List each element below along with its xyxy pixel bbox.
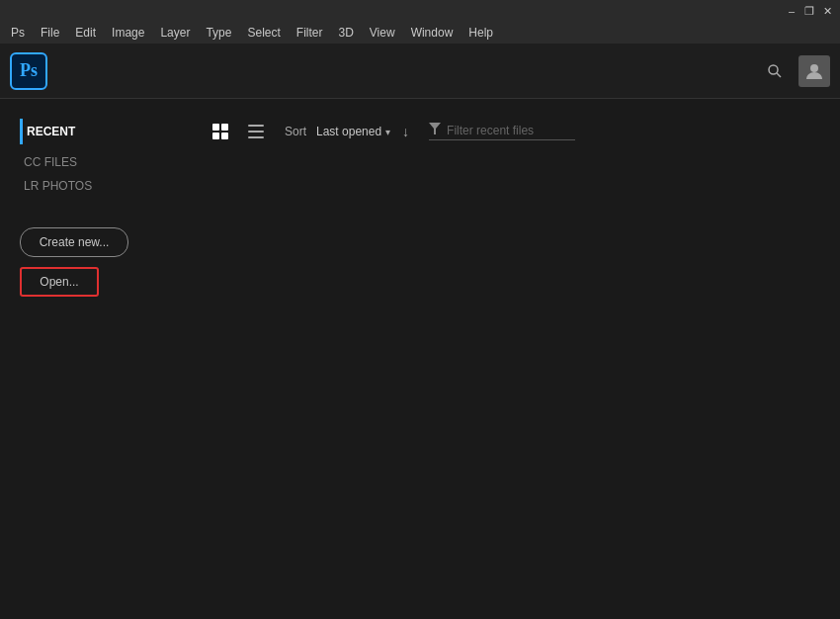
- sort-dropdown[interactable]: Last opened ▾: [316, 125, 390, 138]
- menu-help[interactable]: Help: [462, 24, 500, 42]
- search-button[interactable]: [761, 57, 789, 85]
- sidebar-recent-label: RECENT: [20, 119, 198, 144]
- sort-value: Last opened: [316, 125, 381, 138]
- main-area: RECENT CC FILES LR PHOTOS Create new... …: [0, 99, 840, 619]
- ps-logo: Ps: [10, 52, 47, 90]
- sort-direction-icon[interactable]: ↓: [402, 124, 409, 139]
- menu-window[interactable]: Window: [404, 24, 461, 42]
- filter-icon: [429, 123, 441, 137]
- menu-edit[interactable]: Edit: [68, 24, 103, 42]
- filter-box[interactable]: [429, 123, 575, 140]
- header-right: [761, 55, 830, 87]
- svg-rect-7: [248, 125, 264, 127]
- sort-label: Sort: [285, 125, 306, 138]
- menu-filter[interactable]: Filter: [290, 24, 330, 42]
- create-new-button[interactable]: Create new...: [20, 227, 128, 257]
- sidebar-actions: Create new... Open...: [20, 227, 198, 297]
- svg-rect-8: [248, 131, 264, 133]
- sidebar: RECENT CC FILES LR PHOTOS Create new... …: [0, 99, 198, 619]
- menu-view[interactable]: View: [363, 24, 402, 42]
- svg-rect-3: [212, 124, 219, 131]
- menu-bar: Ps File Edit Image Layer Type Select Fil…: [0, 22, 840, 44]
- list-view-button[interactable]: [243, 119, 269, 144]
- toolbar: Sort Last opened ▾ ↓: [208, 119, 820, 144]
- svg-marker-10: [429, 123, 441, 134]
- menu-3d[interactable]: 3D: [331, 24, 360, 42]
- menu-file[interactable]: File: [34, 24, 66, 42]
- user-avatar[interactable]: [798, 55, 830, 87]
- menu-ps[interactable]: Ps: [4, 24, 32, 42]
- menu-type[interactable]: Type: [199, 24, 238, 42]
- svg-rect-4: [221, 124, 228, 131]
- menu-image[interactable]: Image: [105, 24, 151, 42]
- svg-point-2: [810, 64, 818, 72]
- grid-view-button[interactable]: [208, 119, 233, 144]
- svg-rect-6: [221, 133, 228, 139]
- sidebar-item-cc-files[interactable]: CC FILES: [20, 150, 198, 174]
- close-button[interactable]: ✕: [820, 4, 834, 18]
- restore-button[interactable]: ❐: [802, 4, 816, 18]
- chevron-down-icon: ▾: [385, 127, 390, 137]
- svg-rect-9: [248, 136, 264, 138]
- menu-select[interactable]: Select: [240, 24, 287, 42]
- svg-point-0: [769, 65, 778, 74]
- minimize-button[interactable]: –: [785, 4, 798, 18]
- menu-layer[interactable]: Layer: [153, 24, 197, 42]
- title-bar: – ❐ ✕: [0, 0, 840, 22]
- svg-rect-5: [212, 133, 219, 139]
- open-button[interactable]: Open...: [20, 267, 99, 297]
- content-area: Sort Last opened ▾ ↓: [198, 99, 840, 619]
- filter-input[interactable]: [447, 124, 575, 137]
- svg-line-1: [777, 73, 781, 77]
- sidebar-item-lr-photos[interactable]: LR PHOTOS: [20, 174, 198, 198]
- app-header: Ps: [0, 44, 840, 99]
